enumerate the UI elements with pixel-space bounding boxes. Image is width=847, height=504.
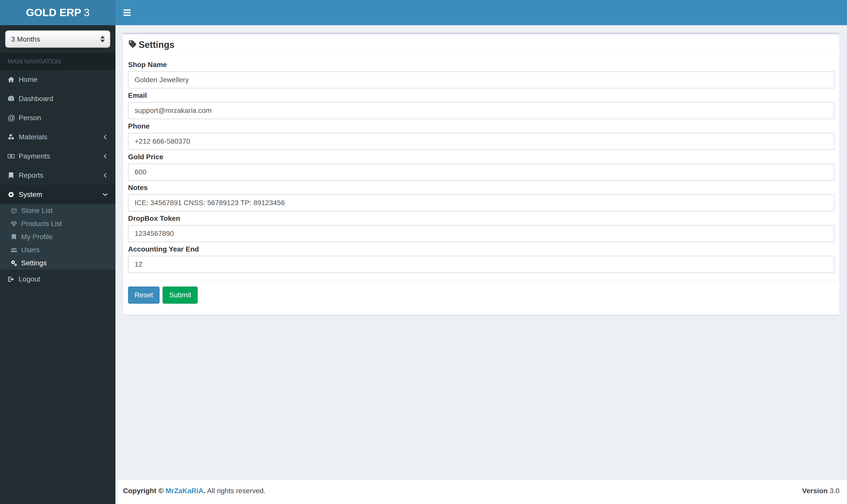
users-icon (11, 247, 21, 253)
cube-icon (11, 208, 21, 214)
sidebar-toggle-button[interactable] (116, 0, 139, 25)
footer-copyright: Copyright © MrZaKaRiA. (123, 487, 206, 495)
phone-input[interactable] (128, 133, 834, 150)
sidebar-section-header: MAIN NAVIGATION (0, 53, 116, 70)
accounting-year-end-label: Accounting Year End (128, 245, 834, 253)
sidebar-subitem-users[interactable]: Users (0, 244, 116, 256)
tag-icon (128, 39, 137, 50)
sidebar-item-label: Payments (19, 152, 50, 160)
copyright-text: Copyright © (123, 487, 165, 495)
footer: Version 3.0 Copyright © MrZaKaRiA. All r… (116, 479, 847, 504)
sidebar-item-logout[interactable]: Logout (0, 270, 116, 289)
footer-version: Version 3.0 (802, 487, 840, 495)
page-title: Settings (139, 39, 174, 50)
dropbox-token-label: DropBox Token (128, 214, 834, 222)
angle-left-icon (102, 153, 108, 160)
content-area: Settings Shop Name Email Phone Gold Pric… (116, 25, 847, 479)
diamond-icon (11, 220, 21, 227)
shop-name-input[interactable] (128, 71, 834, 88)
brand-name: GOLD ERP (26, 6, 81, 19)
sidebar-subitem-my-profile[interactable]: My Profile (0, 230, 116, 244)
sidebar-subitem-stone-list[interactable]: Stone List (0, 204, 116, 217)
settings-card: Settings Shop Name Email Phone Gold Pric… (123, 33, 840, 315)
sidebar-subitem-label: Products List (21, 220, 62, 228)
email-input[interactable] (128, 102, 834, 119)
sidebar-item-label: Person (19, 114, 41, 122)
gears-icon (11, 260, 21, 266)
app-root: GOLD ERP 3 3 Months MAIN NAVIGATION Home… (0, 0, 847, 504)
angle-left-icon (102, 172, 108, 179)
sidebar-period-form: 3 Months (5, 30, 110, 48)
sidebar-item-label: Dashboard (19, 95, 53, 103)
dropbox-token-input[interactable] (128, 225, 834, 242)
sidebar-item-dashboard[interactable]: Dashboard (0, 89, 116, 108)
gear-icon (7, 191, 19, 198)
sidebar-item-label: Home (19, 76, 38, 84)
settings-card-footer: Reset Submit (123, 281, 840, 315)
sidebar-subitem-label: Users (21, 246, 39, 254)
submit-button[interactable]: Submit (163, 287, 198, 304)
sidebar-subitem-settings[interactable]: Settings (0, 256, 116, 270)
phone-label: Phone (128, 122, 834, 130)
system-submenu: Stone List Products List My Profile User… (0, 204, 116, 270)
notes-input[interactable] (128, 194, 834, 212)
brand-logo[interactable]: GOLD ERP 3 (0, 0, 116, 25)
gold-price-label: Gold Price (128, 153, 834, 161)
sidebar-subitem-label: Stone List (21, 206, 53, 215)
sidebar-item-label: System (19, 191, 42, 199)
sidebar-item-person[interactable]: @ Person (0, 108, 116, 127)
top-navbar (116, 0, 847, 25)
accounting-year-end-input[interactable] (128, 256, 834, 273)
dashboard-icon (7, 95, 19, 102)
money-icon: 1 (7, 153, 19, 160)
sidebar-item-reports[interactable]: Reports (0, 166, 116, 185)
sidebar-subitem-label: My Profile (21, 233, 52, 241)
settings-form: Shop Name Email Phone Gold Price Notes (123, 56, 840, 281)
email-label: Email (128, 91, 834, 100)
cubes-icon (7, 133, 19, 141)
sidebar-item-label: Materials (19, 133, 47, 141)
hamburger-icon (124, 8, 130, 17)
svg-text:1: 1 (11, 155, 12, 158)
sidebar-item-home[interactable]: Home (0, 70, 116, 89)
notes-label: Notes (128, 184, 834, 192)
home-icon (7, 76, 19, 83)
shop-name-label: Shop Name (128, 61, 834, 69)
period-select[interactable]: 3 Months (5, 30, 110, 48)
brand-version-digit: 3 (84, 6, 89, 19)
sidebar-menu: Home Dashboard @ Person Materials 1 Paym… (0, 70, 116, 289)
sidebar-subitem-label: Settings (21, 259, 47, 267)
sidebar-item-materials[interactable]: Materials (0, 127, 116, 147)
sign-out-icon (7, 276, 19, 283)
bookmark-icon (7, 172, 19, 179)
sidebar-item-label: Reports (19, 172, 43, 179)
at-icon: @ (7, 114, 19, 122)
angle-down-icon (102, 191, 108, 198)
copyright-period: . (204, 487, 206, 495)
gold-price-input[interactable] (128, 164, 834, 181)
rights-text: All rights reserved. (206, 487, 265, 495)
bookmark-icon (11, 234, 21, 240)
settings-card-header: Settings (123, 34, 840, 56)
sidebar-item-payments[interactable]: 1 Payments (0, 147, 116, 166)
version-label: Version (802, 487, 828, 495)
sidebar-subitem-products-list[interactable]: Products List (0, 217, 116, 230)
sidebar-item-label: Logout (19, 275, 40, 283)
reset-button[interactable]: Reset (128, 287, 160, 304)
sidebar-item-system[interactable]: System (0, 185, 116, 204)
version-value: 3.0 (830, 487, 840, 495)
angle-left-icon (102, 134, 108, 140)
author-link[interactable]: MrZaKaRiA (165, 487, 204, 495)
sidebar: 3 Months MAIN NAVIGATION Home Dashboard … (0, 25, 116, 504)
